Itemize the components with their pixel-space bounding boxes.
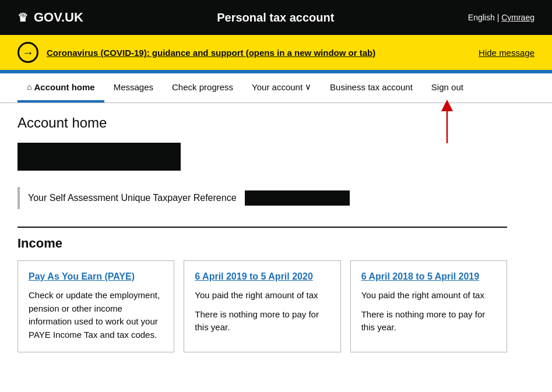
page-heading: Account home <box>17 115 507 131</box>
logo-text: GOV.UK <box>34 10 83 25</box>
covid-banner: → Coronavirus (COVID-19): guidance and s… <box>0 35 552 70</box>
tax-2018-2019-line-2: There is nothing more to pay for this ye… <box>361 308 496 334</box>
covid-text: Coronavirus (COVID-19): guidance and sup… <box>47 48 470 58</box>
main-content: Account home Your Self Assessment Unique… <box>0 103 525 376</box>
redacted-name-box <box>17 143 181 171</box>
crown-icon: ♛ <box>17 10 28 24</box>
gov-logo: ♛ GOV.UK <box>17 10 83 25</box>
tax-2019-2020-line-2: There is nothing more to pay for this ye… <box>195 308 329 334</box>
paye-card: Pay As You Earn (PAYE) Check or update t… <box>17 260 174 352</box>
nav-sign-out-label: Sign out <box>431 82 463 92</box>
lang-welsh[interactable]: Cymraeg <box>501 13 535 22</box>
nav-account-home-label: Account home <box>34 82 94 92</box>
main-nav: ⌂ Account home Messages Check progress Y… <box>0 73 552 103</box>
dropdown-chevron-icon: ∨ <box>305 82 311 92</box>
nav-check-progress-label: Check progress <box>172 82 233 92</box>
income-section: Income Pay As You Earn (PAYE) Check or u… <box>17 227 507 352</box>
utr-section: Your Self Assessment Unique Taxpayer Ref… <box>17 187 507 209</box>
nav-check-progress[interactable]: Check progress <box>163 73 242 103</box>
tax-2018-2019-card: 6 April 2018 to 5 April 2019 You paid th… <box>350 260 507 352</box>
lang-english[interactable]: English <box>468 13 495 22</box>
nav-your-account[interactable]: Your account ∨ <box>242 73 321 103</box>
paye-card-text: Check or update the employment, pension … <box>29 289 163 341</box>
income-cards: Pay As You Earn (PAYE) Check or update t… <box>17 260 507 352</box>
nav-your-account-label: Your account <box>252 82 303 92</box>
language-selector: English | Cymraeg <box>468 13 535 22</box>
site-header: ♛ GOV.UK Personal tax account English | … <box>0 0 552 35</box>
nav-messages[interactable]: Messages <box>104 73 163 103</box>
nav-business-tax-label: Business tax account <box>330 82 413 92</box>
tax-2019-2020-line-1: You paid the right amount of tax <box>195 289 329 302</box>
covid-arrow-icon: → <box>17 42 38 63</box>
paye-card-body: Check or update the employment, pension … <box>29 289 163 341</box>
income-section-title: Income <box>17 227 507 251</box>
utr-redacted-value <box>245 190 350 206</box>
header-title: Personal tax account <box>217 11 334 24</box>
home-icon: ⌂ <box>27 82 31 91</box>
hide-message-button[interactable]: Hide message <box>479 48 535 58</box>
tax-2018-2019-line-1: You paid the right amount of tax <box>361 289 496 302</box>
tax-2019-2020-body: You paid the right amount of tax There i… <box>195 289 329 334</box>
tax-2018-2019-body: You paid the right amount of tax There i… <box>361 289 496 334</box>
utr-label: Your Self Assessment Unique Taxpayer Ref… <box>28 193 237 203</box>
tax-2018-2019-title[interactable]: 6 April 2018 to 5 April 2019 <box>361 271 496 282</box>
nav-business-tax-account[interactable]: Business tax account <box>321 73 422 103</box>
nav-messages-label: Messages <box>114 82 153 92</box>
paye-card-title[interactable]: Pay As You Earn (PAYE) <box>29 271 163 282</box>
covid-link[interactable]: Coronavirus (COVID-19): guidance and sup… <box>47 48 375 58</box>
nav-account-home[interactable]: ⌂ Account home <box>17 73 104 103</box>
tax-2019-2020-title[interactable]: 6 April 2019 to 5 April 2020 <box>195 271 329 282</box>
nav-wrapper: ⌂ Account home Messages Check progress Y… <box>0 73 552 103</box>
nav-sign-out[interactable]: Sign out <box>422 73 473 103</box>
tax-2019-2020-card: 6 April 2019 to 5 April 2020 You paid th… <box>184 260 340 352</box>
